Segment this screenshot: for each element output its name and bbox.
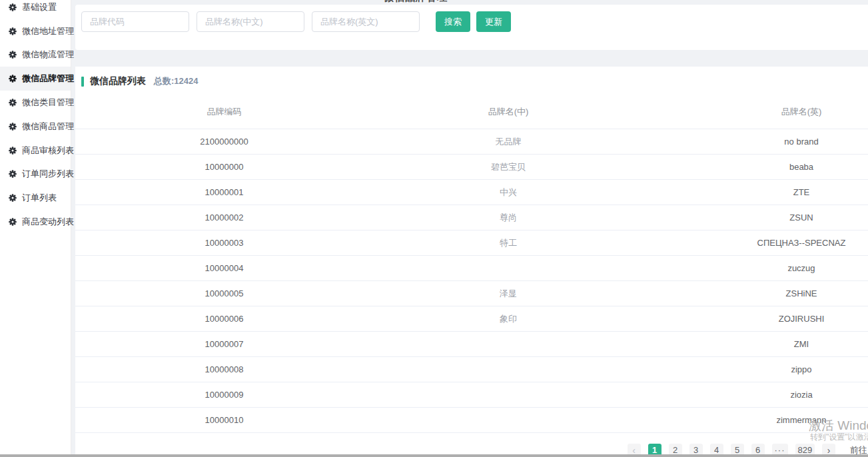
table-row[interactable]: 10000000碧芭宝贝beaba — [75, 155, 868, 180]
brand-name-cn-cell — [373, 408, 644, 433]
sidebar-item-label: 微信类目管理 — [22, 97, 74, 109]
sidebar-item-label: 微信品牌管理 — [22, 73, 74, 85]
gear-icon — [9, 75, 17, 83]
list-title: 微信品牌列表 — [90, 75, 146, 87]
brand-name-cn-cell: 尊尚 — [373, 205, 644, 230]
table-row[interactable]: 10000002尊尚ZSUN — [75, 205, 868, 230]
brand-code-cell: 10000001 — [75, 180, 373, 205]
sidebar-item-product-change-list[interactable]: 商品变动列表 — [0, 210, 71, 234]
sidebar-menu: 基础设置 微信地址管理 微信物流管理 微信品牌管理 微信类目管理 微信商品管理 … — [0, 0, 71, 234]
brand-code-cell: 10000010 — [75, 408, 373, 433]
sidebar-item-basic-settings[interactable]: 基础设置 — [0, 0, 71, 19]
brand-name-en-cell: no brand — [644, 129, 868, 155]
brand-name-en-cell: zippo — [644, 357, 868, 382]
brand-code-input[interactable] — [81, 11, 189, 32]
brand-code-cell: 10000009 — [75, 382, 373, 408]
sidebar-item-label: 微信商品管理 — [22, 121, 74, 133]
column-header-brand-name-cn: 品牌名(中) — [373, 87, 644, 129]
table-row[interactable]: 10000007ZMI — [75, 332, 868, 357]
brand-code-cell: 10000005 — [75, 281, 373, 306]
brand-name-en-cell: ZTE — [644, 180, 868, 205]
windows-activation-watermark-line2: 转到"设置"以激活 Windows。 — [810, 432, 868, 442]
search-button[interactable]: 搜索 — [436, 11, 470, 32]
search-actions: 搜索 更新 — [436, 11, 517, 32]
table-row[interactable]: 10000008zippo — [75, 357, 868, 382]
brand-name-cn-cell: 泽显 — [373, 281, 644, 306]
brand-code-cell: 10000008 — [75, 357, 373, 382]
brand-name-cn-cell — [373, 332, 644, 357]
gear-icon — [9, 147, 17, 155]
brand-name-en-cell: ZSUN — [644, 205, 868, 230]
brand-name-cn-cell: 碧芭宝贝 — [373, 155, 644, 180]
brand-name-en-input[interactable] — [312, 11, 420, 32]
windows-activation-watermark-line1: 激活 Windows — [809, 417, 868, 432]
brand-code-cell: 10000003 — [75, 230, 373, 256]
brand-code-cell: 10000006 — [75, 306, 373, 332]
brand-name-cn-cell: 无品牌 — [373, 129, 644, 155]
brand-name-cn-cell: 中兴 — [373, 180, 644, 205]
sidebar-item-label: 微信物流管理 — [22, 49, 74, 61]
title-accent-bar — [81, 77, 84, 87]
brand-code-cell: 10000004 — [75, 256, 373, 281]
brand-name-en-cell: СПЕЦНАЗ--SPECNAZ — [644, 230, 868, 256]
table-header-row: 品牌编码 品牌名(中) 品牌名(英) — [75, 87, 868, 129]
sidebar-item-label: 微信地址管理 — [22, 25, 74, 37]
brand-name-en-cell: ZMI — [644, 332, 868, 357]
clipped-page-title: 微信品牌管理 — [384, 0, 448, 3]
brand-name-cn-cell — [373, 382, 644, 408]
table-row[interactable]: 10000006象印ZOJIRUSHI — [75, 306, 868, 332]
brand-name-cn-cell: 象印 — [373, 306, 644, 332]
gear-icon — [9, 3, 17, 11]
table-row[interactable]: 10000001中兴ZTE — [75, 180, 868, 205]
brand-name-cn-cell — [373, 256, 644, 281]
gear-icon — [9, 194, 17, 202]
sidebar-item-label: 订单同步列表 — [22, 168, 74, 180]
table-row[interactable]: 2100000000无品牌no brand — [75, 129, 868, 155]
column-header-brand-name-en: 品牌名(英) — [644, 87, 868, 129]
card-title: 微信品牌列表 总数:12424 — [81, 75, 868, 87]
sidebar-item-label: 基础设置 — [22, 1, 57, 13]
sidebar-item-product-review-list[interactable]: 商品审核列表 — [0, 139, 71, 163]
brand-name-cn-cell — [373, 357, 644, 382]
update-button[interactable]: 更新 — [476, 11, 511, 32]
table-row[interactable]: 10000004zuczug — [75, 256, 868, 281]
sidebar-item-label: 订单列表 — [22, 192, 57, 204]
table-row[interactable]: 10000005泽显ZSHiNE — [75, 281, 868, 306]
sidebar-item-wechat-brand[interactable]: 微信品牌管理 — [0, 67, 71, 91]
column-header-brand-code: 品牌编码 — [75, 87, 373, 129]
gear-icon — [9, 170, 17, 178]
sidebar-item-wechat-address[interactable]: 微信地址管理 — [0, 19, 71, 43]
gear-icon — [9, 27, 17, 35]
brand-name-en-cell: ZOJIRUSHI — [644, 306, 868, 332]
brand-table: 品牌编码 品牌名(中) 品牌名(英) 2100000000无品牌no brand… — [75, 87, 868, 433]
window-bottom-edge — [0, 454, 868, 457]
sidebar-item-wechat-category[interactable]: 微信类目管理 — [0, 91, 71, 115]
total-count: 总数:12424 — [154, 75, 198, 87]
sidebar-item-order-list[interactable]: 订单列表 — [0, 186, 71, 210]
brand-code-cell: 10000007 — [75, 332, 373, 357]
brand-code-cell: 10000002 — [75, 205, 373, 230]
gear-icon — [9, 123, 17, 131]
brand-list-card: 微信品牌列表 总数:12424 品牌编码 品牌名(中) 品牌名(英) 21000… — [75, 67, 868, 457]
brand-code-cell: 2100000000 — [75, 129, 373, 155]
sidebar-item-label: 商品审核列表 — [22, 145, 74, 157]
brand-name-en-cell: ziozia — [644, 382, 868, 408]
table-row[interactable]: 10000003特工СПЕЦНАЗ--SPECNAZ — [75, 230, 868, 256]
brand-name-cn-cell: 特工 — [373, 230, 644, 256]
brand-code-cell: 10000000 — [75, 155, 373, 180]
sidebar: 基础设置 微信地址管理 微信物流管理 微信品牌管理 微信类目管理 微信商品管理 … — [0, 0, 71, 457]
gear-icon — [9, 99, 17, 107]
sidebar-item-wechat-product[interactable]: 微信商品管理 — [0, 115, 71, 139]
sidebar-item-label: 商品变动列表 — [22, 216, 74, 228]
gear-icon — [9, 218, 17, 226]
sidebar-item-order-sync-list[interactable]: 订单同步列表 — [0, 163, 71, 187]
search-panel: 搜索 更新 — [75, 5, 868, 50]
table-row[interactable]: 10000010zimmermann — [75, 408, 868, 433]
gear-icon — [9, 51, 17, 59]
table-row[interactable]: 10000009ziozia — [75, 382, 868, 408]
brand-name-en-cell: zuczug — [644, 256, 868, 281]
brand-name-en-cell: beaba — [644, 155, 868, 180]
brand-name-en-cell: ZSHiNE — [644, 281, 868, 306]
brand-name-cn-input[interactable] — [197, 11, 304, 32]
sidebar-item-wechat-logistics[interactable]: 微信物流管理 — [0, 43, 71, 67]
